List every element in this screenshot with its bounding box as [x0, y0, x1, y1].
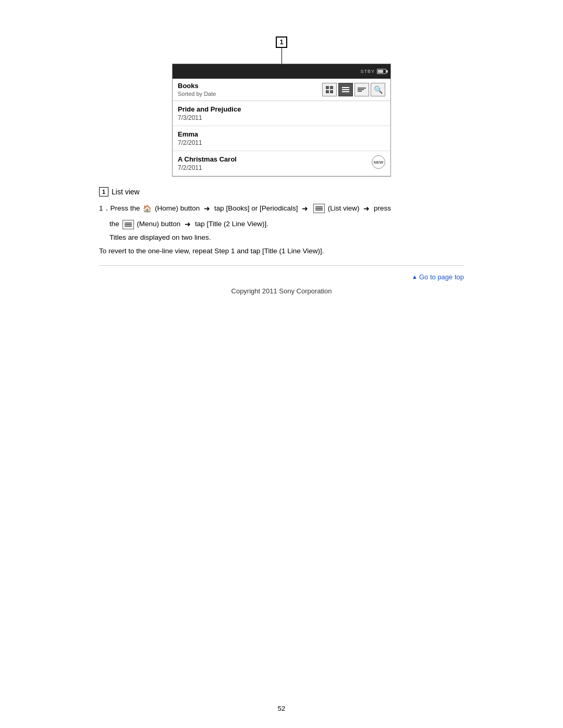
- book-title: Pride and Prejudice: [178, 105, 241, 113]
- arrow-right-3: ➜: [363, 203, 370, 215]
- step-number: 1．Press the: [99, 204, 140, 212]
- book-info: Pride and Prejudice 7/3/2011: [178, 105, 241, 121]
- book-date: 7/2/2011: [178, 139, 202, 146]
- instruction-area: 1 List view 1．Press the 🏠 (Home) button …: [99, 187, 464, 295]
- book-info: A Christmas Carol 7/2/2011: [178, 155, 237, 171]
- home-label: (Home) button: [155, 204, 200, 212]
- go-to-top-label: Go to page top: [419, 273, 464, 281]
- tap2-text: tap [Title (2 Line View)].: [195, 220, 268, 228]
- stby-text: STBY: [360, 69, 375, 74]
- tap1-text: tap [Books] or [Periodicals]: [214, 204, 298, 212]
- callout-label-text: List view: [112, 188, 140, 196]
- grid-view-button[interactable]: [322, 83, 337, 96]
- book-info: Emma 7/2/2011: [178, 130, 202, 146]
- instruction-step-1-sub: the (Menu) button ➜ tap [Title (2 Line V…: [109, 218, 464, 230]
- instruction-step-1: 1．Press the 🏠 (Home) button ➜ tap [Books…: [99, 203, 464, 214]
- press-text: press: [374, 204, 391, 212]
- callout-badge-top: 1: [276, 36, 287, 48]
- device-toolbar-buttons: 🔍: [322, 83, 385, 96]
- footer-row: ▲ Go to page top: [99, 271, 464, 283]
- sub-prefix: the: [109, 220, 119, 228]
- new-badge: NEW: [372, 155, 385, 169]
- callout-label-row: 1 List view: [99, 187, 464, 196]
- note1-text: Titles are displayed on two lines.: [109, 233, 211, 241]
- search-button[interactable]: 🔍: [371, 83, 385, 96]
- grid-icon: [326, 86, 333, 93]
- callout-vertical-line: [282, 48, 282, 64]
- page-container: 1 STBY: [0, 0, 563, 728]
- book-date: 7/2/2011: [178, 164, 202, 171]
- books-title: Books: [178, 82, 216, 90]
- battery-fill: [378, 70, 383, 73]
- battery-icon: [377, 69, 386, 74]
- arrow-right-4: ➜: [185, 219, 191, 230]
- arrow-up-icon: ▲: [412, 274, 418, 280]
- search-icon: 🔍: [374, 85, 383, 94]
- list-item: Pride and Prejudice 7/3/2011: [173, 101, 390, 126]
- menu-label: (Menu) button: [137, 220, 180, 228]
- list-view-button[interactable]: [338, 83, 353, 96]
- device-book-list: Pride and Prejudice 7/3/2011 Emma 7/2/20…: [173, 101, 390, 176]
- home-icon: 🏠: [143, 203, 152, 215]
- list-view-icon-inline: [313, 204, 325, 213]
- list-view-label: (List view): [328, 204, 360, 212]
- instruction-note: Titles are displayed on two lines.: [109, 232, 464, 243]
- page-number: 52: [278, 705, 285, 712]
- list-item: A Christmas Carol 7/2/2011 NEW: [173, 151, 390, 176]
- sort-button[interactable]: [354, 83, 369, 96]
- list-icon: [342, 87, 349, 92]
- device-header: STBY: [173, 64, 390, 79]
- device-header-icons: STBY: [360, 69, 386, 74]
- arrow-right-1: ➜: [204, 203, 210, 215]
- callout-line-container: 1 STBY: [172, 36, 391, 177]
- sorted-by-date: Sorted by Date: [178, 91, 216, 97]
- book-date: 7/3/2011: [178, 114, 202, 121]
- arrow-right-2: ➜: [302, 203, 308, 215]
- list-item: Emma 7/2/2011: [173, 126, 390, 151]
- device-toolbar: Books Sorted by Date: [173, 79, 390, 101]
- device-screen: STBY Books Sorted by Date: [172, 64, 391, 177]
- go-to-top-link[interactable]: ▲ Go to page top: [412, 273, 464, 281]
- footer-divider: [99, 265, 464, 266]
- device-toolbar-title: Books Sorted by Date: [178, 82, 216, 97]
- callout-num-label: 1: [99, 187, 108, 196]
- copyright-text: Copyright 2011 Sony Corporation: [99, 287, 464, 295]
- revert-text: To revert to the one-line view, repeat S…: [99, 247, 324, 255]
- instruction-revert: To revert to the one-line view, repeat S…: [99, 245, 464, 257]
- device-screenshot-wrapper: 1 STBY: [99, 36, 464, 177]
- book-title: Emma: [178, 130, 202, 138]
- sort-icon: [358, 88, 366, 92]
- book-title: A Christmas Carol: [178, 155, 237, 163]
- content-area: 1 STBY: [99, 21, 464, 295]
- menu-icon-inline: [123, 220, 134, 229]
